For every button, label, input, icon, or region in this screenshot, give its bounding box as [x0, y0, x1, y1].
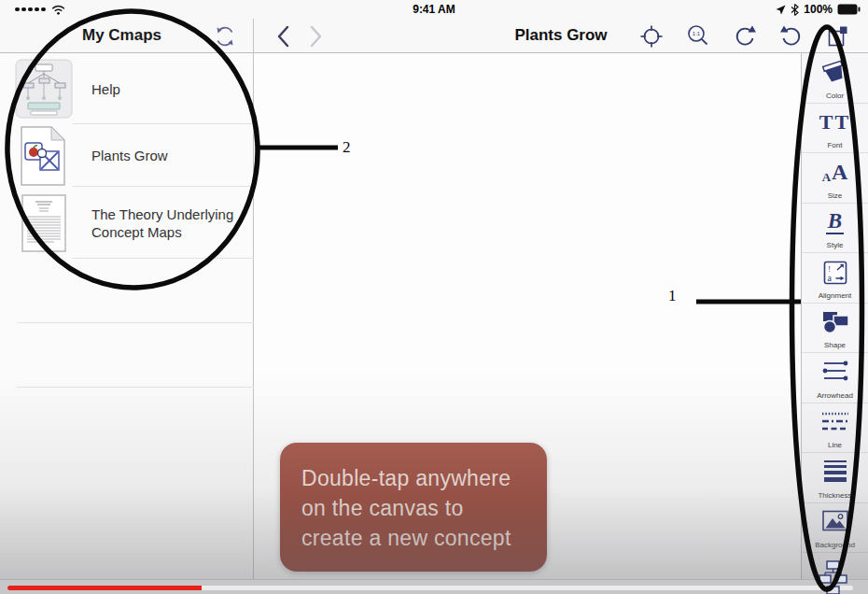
line-style-icon	[820, 410, 850, 432]
battery-percent: 100%	[804, 3, 833, 16]
progress-fill	[7, 586, 202, 590]
tool-style[interactable]: B Style	[802, 204, 868, 254]
sidebar-title: My Cmaps	[82, 26, 161, 45]
video-progress-bar[interactable]	[7, 586, 853, 590]
tool-thickness[interactable]: Thickness	[802, 453, 868, 503]
hint-line-1: Double-tap anywhere	[301, 463, 547, 493]
sidebar-header: My Cmaps	[0, 19, 253, 53]
tool-arrowhead[interactable]: Arrowhead	[802, 353, 868, 403]
sync-icon	[213, 24, 237, 49]
sidebar-item-label: Help	[91, 80, 241, 98]
sidebar-item-label: The Theory Underlying Concept Maps	[91, 205, 241, 241]
magnifier-1-1-icon: 1:1	[686, 24, 710, 49]
background-image-icon	[821, 510, 849, 532]
svg-text:!: !	[828, 264, 831, 274]
arrowhead-icon	[821, 360, 849, 382]
separator	[17, 322, 254, 323]
hint-line-2: on the canvas to	[301, 493, 547, 523]
paint-bucket-icon	[821, 60, 849, 86]
top-navbar: Plants Grow 1:1	[254, 19, 868, 53]
hint-line-3: create a new concept	[301, 523, 547, 553]
bold-b-icon: B	[826, 210, 844, 234]
tool-size[interactable]: A A Size	[802, 153, 868, 204]
bluetooth-icon	[791, 4, 799, 16]
shapes-icon	[820, 310, 850, 334]
export-button[interactable]	[823, 22, 853, 50]
location-icon	[776, 5, 786, 15]
cmap-canvas[interactable]: Double-tap anywhere on the canvas to cre…	[254, 53, 801, 579]
svg-text:a: a	[827, 273, 832, 283]
sidebar-item-label: Plants Grow	[91, 147, 241, 164]
separator	[17, 387, 254, 388]
sync-button[interactable]	[211, 23, 239, 50]
battery-icon	[837, 4, 861, 15]
concept-map-tool-icon[interactable]	[818, 560, 847, 594]
sidebar-item-help[interactable]: Help	[0, 53, 254, 124]
sidebar-item-theory[interactable]: The Theory Underlying Concept Maps	[0, 187, 254, 259]
redo-icon	[779, 24, 804, 49]
undo-button[interactable]	[730, 22, 760, 50]
font-tt-icon: TT	[819, 110, 850, 134]
hint-tooltip: Double-tap anywhere on the canvas to cre…	[280, 443, 547, 572]
redo-button[interactable]	[777, 22, 806, 50]
tool-shape[interactable]: Shape	[802, 304, 868, 354]
size-aa-icon: A A	[822, 160, 848, 185]
status-bar: 9:41 AM 100%	[0, 0, 868, 19]
svg-text:1:1: 1:1	[693, 31, 701, 36]
alignment-icon: ! a	[822, 260, 848, 286]
tool-alignment[interactable]: ! a Alignment	[802, 253, 868, 304]
export-page-icon	[826, 24, 850, 49]
tool-line[interactable]: Line	[802, 403, 868, 454]
center-view-button[interactable]	[637, 22, 666, 50]
tool-color[interactable]: Color	[802, 53, 868, 104]
sidebar-item-plants-grow[interactable]: Plants Grow	[0, 124, 254, 187]
status-time: 9:41 AM	[0, 3, 868, 16]
text-document-thumbnail	[15, 193, 73, 253]
crosshair-icon	[639, 24, 664, 49]
sidebar: My Cmaps	[0, 19, 254, 594]
cmap-preview-thumbnail	[15, 59, 73, 119]
tool-panel: Color TT Font A A Size B Style ! a	[801, 53, 868, 594]
zoom-actual-size-button[interactable]: 1:1	[683, 22, 713, 50]
separator	[73, 258, 254, 259]
video-player-bar	[0, 579, 868, 594]
app-screen: 9:41 AM 100% My Cmaps	[0, 0, 868, 594]
tool-background[interactable]: Background	[802, 503, 868, 554]
undo-icon	[733, 24, 757, 49]
thickness-icon	[821, 460, 849, 484]
cmap-document-thumbnail	[15, 126, 73, 186]
tool-font[interactable]: TT Font	[802, 104, 868, 154]
